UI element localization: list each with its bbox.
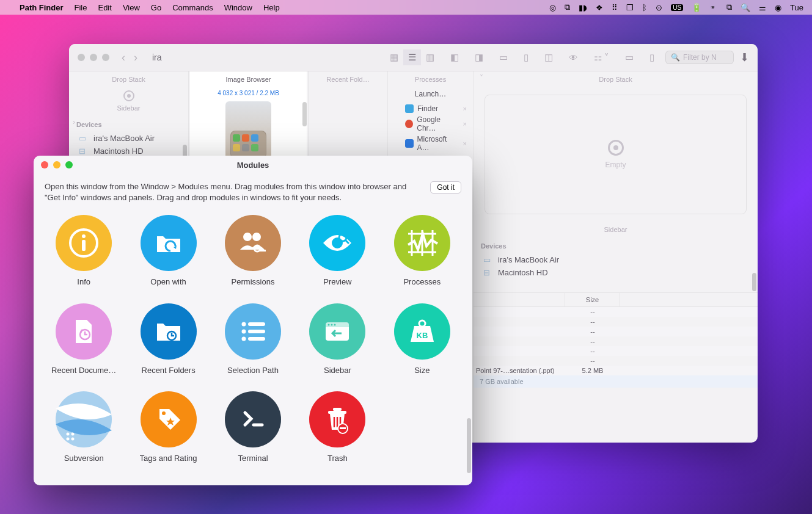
file-name[interactable]: Point 97-…sentation (.ppt) — [474, 366, 565, 375]
svg-point-3 — [243, 233, 252, 241]
app-menu[interactable]: Path Finder — [20, 3, 64, 12]
module-sidebar[interactable]: Sidebar — [302, 303, 373, 377]
terminal-icon — [225, 391, 281, 447]
svg-point-4 — [252, 233, 261, 241]
window-titlebar: ‹ › ira ▦ ☰ ▥ ◧ ◨ ▭ ▯ ◫ 👁 ⚏ ˅ ▭ ▯ 🔍 Filt… — [69, 44, 758, 71]
toolbar-icon[interactable]: ▭ — [494, 49, 513, 65]
size-cell: 5.2 MB — [565, 366, 620, 375]
disclosure-icon[interactable]: › — [73, 118, 75, 126]
sidebar-device-item[interactable]: ⊟Macintosh HD — [481, 266, 750, 279]
module-preview[interactable]: Preview — [302, 215, 373, 289]
toolbar-dropdown[interactable]: ⚏ ˅ — [589, 49, 614, 65]
dropbox-icon[interactable]: ❐ — [626, 3, 634, 12]
status-icon[interactable]: ⠿ — [612, 3, 618, 12]
disk-icon: ⊟ — [483, 268, 493, 277]
module-trash[interactable]: Trash — [302, 391, 373, 465]
drop-stack-area[interactable]: Empty — [485, 95, 747, 214]
download-icon[interactable]: ⬇ — [740, 51, 749, 64]
module-selection-path[interactable]: Selection Path — [218, 303, 288, 377]
module-processes[interactable]: Processes — [387, 215, 458, 289]
preview-icon[interactable]: 👁 — [564, 50, 583, 65]
size-column-header[interactable]: Size — [565, 293, 620, 306]
toolbar-icon[interactable]: ◨ — [470, 49, 488, 65]
svg-rect-6 — [260, 250, 266, 252]
input-source-icon[interactable]: US — [671, 4, 683, 11]
spotlight-icon[interactable]: 🔍 — [741, 3, 750, 12]
menu-go[interactable]: Go — [151, 3, 161, 12]
status-icon[interactable]: ▮◗ — [579, 3, 587, 12]
siri-icon[interactable]: ◉ — [775, 3, 781, 12]
view-icon-mode[interactable]: ▦ — [385, 49, 403, 65]
toolbar-icon[interactable]: ▯ — [519, 49, 533, 65]
svg-rect-43 — [340, 427, 346, 429]
module-terminal[interactable]: Terminal — [218, 391, 288, 465]
window-close-button[interactable] — [78, 54, 85, 61]
status-icon[interactable]: ❖ — [596, 3, 603, 12]
search-input[interactable]: 🔍 Filter by N — [665, 51, 734, 64]
status-icons: ◎ ⧉ ▮◗ ❖ ⠿ ❐ ᛒ ⊙ US 🔋 ᯤ ⧉ 🔍 ⚌ ◉ Tue — [549, 2, 803, 12]
view-list-mode[interactable]: ☰ — [403, 49, 421, 65]
close-process-icon[interactable]: × — [463, 105, 467, 112]
nav-forward-icon[interactable]: › — [134, 51, 137, 64]
toolbar-icon[interactable]: ◧ — [445, 49, 464, 65]
svg-point-33 — [67, 438, 70, 441]
scrollbar[interactable] — [467, 418, 471, 473]
menu-help[interactable]: Help — [263, 3, 280, 12]
battery-icon[interactable]: 🔋 — [692, 3, 701, 12]
bluetooth-icon[interactable]: ᛒ — [642, 3, 647, 12]
clock[interactable]: Tue — [790, 3, 803, 12]
menu-window[interactable]: Window — [224, 3, 252, 12]
module-open-with[interactable]: Open with — [133, 215, 203, 289]
menu-file[interactable]: File — [75, 3, 87, 12]
wifi-icon[interactable]: ᯤ — [710, 3, 718, 12]
search-icon: 🔍 — [671, 53, 680, 62]
search-placeholder: Filter by N — [683, 53, 717, 62]
column-title: Sidebar — [69, 104, 188, 116]
status-icon[interactable]: ⧉ — [726, 2, 732, 12]
window-minimize-button[interactable] — [90, 54, 97, 61]
svg-point-34 — [71, 438, 75, 441]
menu-edit[interactable]: Edit — [98, 3, 111, 12]
module-recent-folders[interactable]: Recent Folders — [133, 303, 203, 377]
module-permissions[interactable]: Permissions — [218, 215, 288, 289]
sidebar-device-item[interactable]: ▭ira's MacBook Air — [481, 253, 750, 266]
module-tags-rating[interactable]: Tags and Rating — [133, 391, 203, 465]
menu-view[interactable]: View — [123, 3, 140, 12]
weight-icon: KB — [394, 303, 450, 360]
size-cell: -- — [565, 317, 620, 327]
status-icon[interactable]: ◎ — [549, 3, 556, 12]
scrollbar[interactable] — [752, 273, 756, 291]
svg-rect-18 — [248, 322, 265, 326]
sidebar-device-item[interactable]: ▭ira's MacBook Air — [76, 132, 181, 145]
users-key-icon — [225, 215, 281, 271]
toolbar-icon[interactable]: ◫ — [540, 49, 558, 65]
close-process-icon[interactable]: × — [463, 120, 467, 128]
scrollbar[interactable] — [302, 102, 307, 126]
module-info[interactable]: Info — [48, 215, 119, 289]
svg-rect-20 — [248, 330, 265, 333]
status-icon[interactable]: ⧉ — [565, 2, 570, 12]
process-item[interactable]: Microsoft A…× — [388, 134, 473, 153]
status-icon[interactable]: ⊙ — [656, 3, 662, 12]
process-item[interactable]: Google Chr…× — [388, 114, 473, 134]
toolbar-icon[interactable]: ▭ — [620, 49, 638, 65]
module-size[interactable]: KBSize — [387, 303, 458, 377]
svg-point-26 — [331, 324, 333, 325]
got-it-button[interactable]: Got it — [430, 181, 461, 194]
toolbar-icon[interactable]: ▯ — [645, 49, 659, 65]
svg-point-31 — [67, 433, 70, 436]
laptop-icon: ▭ — [79, 134, 89, 143]
drop-target-icon[interactable] — [123, 90, 134, 101]
module-subversion[interactable]: Subversion — [48, 391, 119, 465]
launch-button[interactable]: Launch… — [388, 87, 473, 101]
nav-back-icon[interactable]: ‹ — [122, 51, 125, 64]
control-center-icon[interactable]: ⚌ — [759, 3, 766, 12]
menu-commands[interactable]: Commands — [172, 3, 213, 12]
svg-point-7 — [332, 237, 343, 248]
app-icon — [405, 120, 413, 128]
window-zoom-button[interactable] — [102, 54, 109, 61]
close-process-icon[interactable]: × — [463, 140, 467, 147]
module-recent-documents[interactable]: Recent Docume… — [48, 303, 119, 377]
view-column-mode[interactable]: ▥ — [421, 49, 439, 65]
process-item[interactable]: Finder× — [388, 103, 473, 114]
